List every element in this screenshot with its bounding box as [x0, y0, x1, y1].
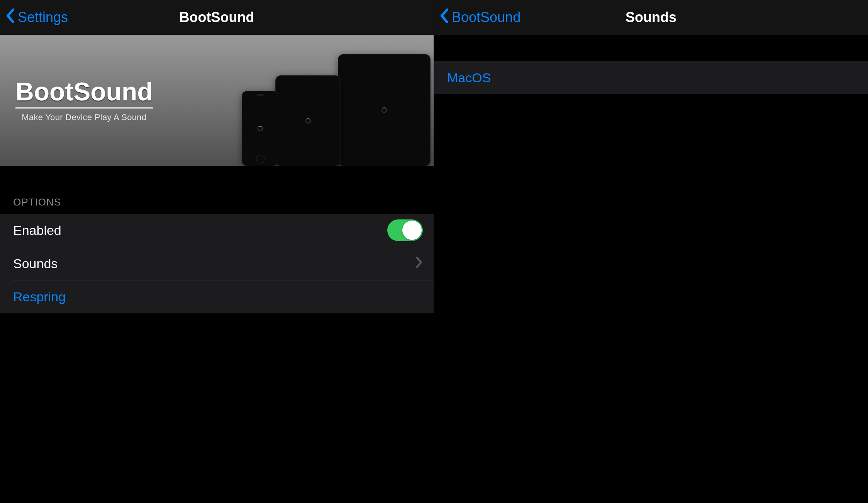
spacer: [434, 35, 868, 61]
page-title: Sounds: [626, 9, 676, 25]
back-button-settings[interactable]: Settings: [0, 8, 68, 27]
options-list: Enabled Sounds Respring: [0, 214, 434, 313]
spinner-icon: [305, 118, 311, 124]
row-label: Respring: [13, 289, 66, 304]
spinner-icon: [258, 126, 263, 131]
row-macos[interactable]: MacOS: [434, 61, 868, 94]
row-label: Enabled: [13, 223, 61, 238]
enabled-switch[interactable]: [387, 219, 423, 241]
hero-text: BootSound Make Your Device Play A Sound: [15, 78, 153, 122]
sounds-list: MacOS: [434, 61, 868, 94]
back-label: BootSound: [452, 9, 520, 25]
row-enabled[interactable]: Enabled: [0, 214, 434, 247]
hero-title: BootSound: [15, 78, 153, 109]
hero-devices: [242, 54, 431, 166]
spinner-icon: [381, 107, 387, 113]
switch-knob: [402, 221, 422, 240]
row-label: Sounds: [13, 256, 58, 271]
chevron-left-icon: [5, 8, 15, 27]
row-sounds[interactable]: Sounds: [0, 247, 434, 280]
navbar-right: BootSound Sounds: [434, 0, 868, 35]
hero-banner: BootSound Make Your Device Play A Sound: [0, 35, 434, 166]
hero-subtitle: Make Your Device Play A Sound: [15, 112, 153, 122]
back-button-bootsound[interactable]: BootSound: [434, 8, 520, 27]
back-label: Settings: [18, 9, 68, 25]
pane-bootsound: Settings BootSound BootSound Make Your D…: [0, 0, 434, 503]
ipad-icon: [338, 54, 431, 166]
navbar-left: Settings BootSound: [0, 0, 434, 35]
chevron-left-icon: [439, 8, 449, 27]
section-header-options: OPTIONS: [0, 166, 434, 214]
chevron-right-icon: [416, 256, 423, 271]
page-title: BootSound: [180, 9, 254, 25]
pane-sounds: BootSound Sounds MacOS: [434, 0, 868, 503]
ipad-mini-icon: [275, 75, 341, 166]
iphone-icon: [242, 91, 278, 166]
row-label: MacOS: [447, 70, 491, 85]
row-respring[interactable]: Respring: [0, 280, 434, 313]
